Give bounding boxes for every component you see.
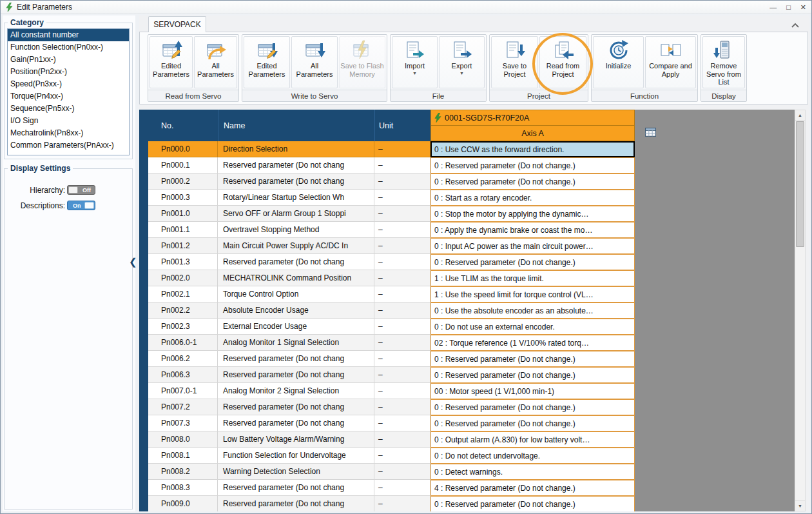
table-row[interactable]: Pn006.3Reserved parameter (Do not chang–… [148,367,635,383]
main-panel: SERVOPACK Edited ParametersAll Parameter… [139,15,809,511]
param-no-cell: Pn002.0 [148,270,218,286]
compare-and-apply-button[interactable]: Compare and Apply [645,36,696,88]
param-value-cell[interactable]: 0 : Input AC power as the main circuit p… [430,238,635,254]
table-row[interactable]: Pn009.0Reserved parameter (Do not chang–… [148,496,635,511]
maximize-button[interactable]: □ [786,3,791,11]
param-value-cell[interactable]: 0 : Detect warnings. [430,464,635,480]
param-value-cell[interactable]: 0 : Apply the dynamic brake or coast the… [430,222,635,238]
table-row[interactable]: Pn002.0MECHATROLINK Command Position–1 :… [148,270,635,286]
table-row[interactable]: Pn007.3Reserved parameter (Do not chang–… [148,415,635,431]
all-parameters-button[interactable]: All Parameters [291,36,338,88]
import-button[interactable]: Import▼ [392,36,438,88]
param-value-cell[interactable]: 00 : Motor speed (1 V/1,000 min-1) [430,383,635,399]
read-from-project-button[interactable]: Read from Project [539,36,586,88]
sidebar-collapse-button[interactable]: ❮ [129,253,138,270]
category-item-common-parameters-pnaxx[interactable]: Common Parameters(PnAxx-) [8,139,129,152]
category-item-sequence-pn5xx[interactable]: Sequence(Pn5xx-) [8,103,129,115]
table-row[interactable]: Pn008.3Reserved parameter (Do not chang–… [148,480,635,496]
tab-servopack[interactable]: SERVOPACK [148,16,206,32]
edited-parameters-button[interactable]: Edited Parameters [244,36,290,88]
remove-servo-from-list-button[interactable]: Remove Servo from List [702,36,745,88]
edited-parameters-button[interactable]: Edited Parameters [150,36,193,88]
table-row[interactable]: Pn001.2Main Circuit Power Supply AC/DC I… [148,238,635,254]
column-header-no[interactable]: No. [148,110,218,141]
category-item-mechatrolink-pn8xx[interactable]: Mechatrolink(Pn8xx-) [8,127,129,139]
category-item-all-constant-number[interactable]: All constant number [8,29,129,41]
param-value-cell[interactable]: 0 : Reserved parameter (Do not change.) [430,351,635,367]
param-value-cell[interactable]: 0 : Output alarm (A.830) for low battery… [430,431,635,448]
minimize-button[interactable]: — [769,3,777,11]
param-value-cell[interactable]: 0 : Reserved parameter (Do not change.) [430,254,635,270]
table-row[interactable]: Pn000.3Rotary/Linear Startup Selection W… [148,190,635,206]
window-title: Edit Parameters [17,3,72,12]
device-name: 0001-SGD7S-R70F20A [445,114,529,123]
category-item-speed-pn3xx[interactable]: Speed(Pn3xx-) [8,78,129,90]
param-value-cell[interactable]: 0 : Start as a rotary encoder. [430,190,635,206]
param-no-cell: Pn001.3 [148,254,218,270]
table-row[interactable]: Pn007.0-1Analog Monitor 2 Signal Selecti… [148,383,635,399]
category-item-i-o-sign[interactable]: I/O Sign [8,115,129,127]
table-row[interactable]: Pn008.2Warning Detection Selection–0 : D… [148,464,635,480]
initialize-button[interactable]: Initialize [593,36,644,88]
param-value-cell[interactable]: 0 : Reserved parameter (Do not change.) [430,173,635,190]
close-button[interactable]: ✕ [800,3,806,12]
param-value-cell[interactable]: 4 : Reserved parameter (Do not change.) [430,480,635,496]
param-value-cell[interactable]: 0 : Reserved parameter (Do not change.) [430,157,635,173]
param-value-cell[interactable]: 02 : Torque reference (1 V/100% rated to… [430,335,635,351]
category-item-gain-pn1xx[interactable]: Gain(Pn1xx-) [8,54,129,66]
hierarchy-toggle[interactable]: Off [67,185,95,195]
param-value-cell[interactable]: 0 : Reserved parameter (Do not change.) [430,399,635,415]
vertical-scrollbar[interactable]: ▲ ▼ [795,110,806,511]
param-value-cell[interactable]: 1 : Use TLIM as the torque limit. [430,270,635,286]
axis-header[interactable]: Axis A [430,125,635,141]
param-value-cell[interactable]: 0 : Reserved parameter (Do not change.) [430,496,635,511]
table-row[interactable]: Pn000.0Direction Selection–0 : Use CCW a… [148,141,635,157]
param-value-cell[interactable]: 0 : Reserved parameter (Do not change.) [430,367,635,383]
table-row[interactable]: Pn006.0-1Analog Monitor 1 Signal Selecti… [148,335,635,351]
param-value-cell[interactable]: 0 : Stop the motor by applying the dynam… [430,206,635,222]
table-row[interactable]: Pn002.3External Encoder Usage–0 : Do not… [148,319,635,335]
category-item-function-selection-pn0xx[interactable]: Function Selection(Pn0xx-) [8,41,129,54]
toolbar-group-title: File [391,90,486,101]
param-name-cell: Overtravel Stopping Method [218,222,374,238]
column-header-name[interactable]: Name [218,110,374,141]
import-icon [404,39,426,61]
table-row[interactable]: Pn008.1Function Selection for Undervolta… [148,448,635,464]
table-row[interactable]: Pn000.1Reserved parameter (Do not chang–… [148,157,635,173]
table-row[interactable]: Pn002.2Absolute Encoder Usage–0 : Use th… [148,302,635,319]
save-to-project-button[interactable]: Save to Project [491,36,538,88]
display-settings-title: Display Settings [8,164,73,173]
column-header-unit[interactable]: Unit [374,110,430,141]
param-value-cell[interactable]: 0 : Reserved parameter (Do not change.) [430,415,635,431]
param-unit-cell: – [374,367,430,383]
table-row[interactable]: Pn001.1Overtravel Stopping Method–0 : Ap… [148,222,635,238]
scrollbar-thumb[interactable] [796,121,804,247]
table-row[interactable]: Pn006.2Reserved parameter (Do not chang–… [148,351,635,367]
descriptions-label: Descriptions: [5,201,65,210]
table-row[interactable]: Pn000.2Reserved parameter (Do not chang–… [148,173,635,190]
param-value-cell[interactable]: 0 : Use CCW as the forward direction. [430,141,635,157]
param-no-cell: Pn008.0 [148,431,218,448]
parameter-table: No. Name Unit 0001-SGD7S-R70F20A Axis A … [139,110,809,511]
all-parameters-button[interactable]: All Parameters [194,36,237,88]
category-item-position-pn2xx[interactable]: Position(Pn2xx-) [8,66,129,78]
table-arrow-read-icon [205,39,227,61]
scroll-down-button[interactable]: ▼ [795,500,805,511]
param-value-cell[interactable]: 0 : Use the absolute encoder as an absol… [430,302,635,319]
toolbar-collapse-button[interactable] [789,20,802,30]
table-row[interactable]: Pn007.2Reserved parameter (Do not chang–… [148,399,635,415]
device-header[interactable]: 0001-SGD7S-R70F20A [430,110,635,126]
category-item-torque-pn4xx[interactable]: Torque(Pn4xx-) [8,90,129,103]
param-value-cell[interactable]: 0 : Do not use an external encoder. [430,319,635,335]
export-button[interactable]: Export▼ [439,36,485,88]
add-table-icon[interactable] [645,127,656,137]
descriptions-toggle[interactable]: On [67,201,95,210]
table-row[interactable]: Pn008.0Low Battery Voltage Alarm/Warning… [148,431,635,448]
scroll-up-button[interactable]: ▲ [795,110,805,121]
table-row[interactable]: Pn001.3Reserved parameter (Do not chang–… [148,254,635,270]
param-value-cell[interactable]: 1 : Use the speed limit for torque contr… [430,286,635,302]
param-value-cell[interactable]: 0 : Do not detect undervoltage. [430,448,635,464]
param-no-cell: Pn000.0 [148,141,218,157]
table-row[interactable]: Pn002.1Torque Control Option–1 : Use the… [148,286,635,302]
table-row[interactable]: Pn001.0Servo OFF or Alarm Group 1 Stoppi… [148,206,635,222]
